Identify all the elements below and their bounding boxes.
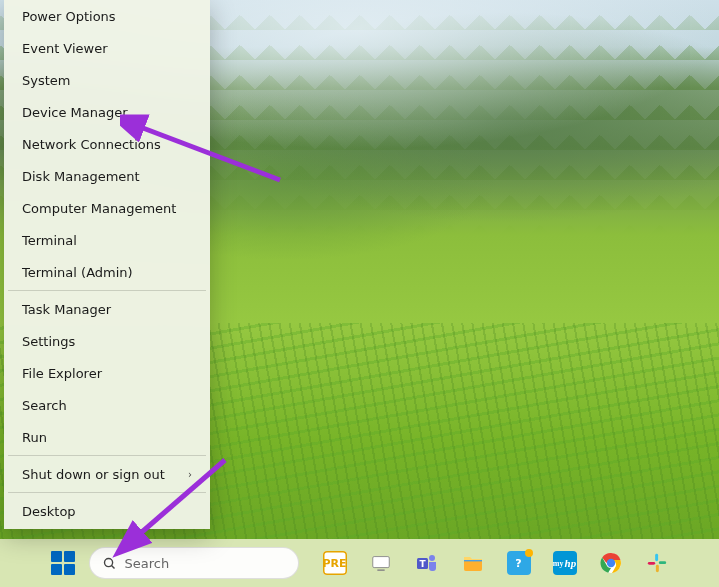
menu-item-label: Disk Management <box>22 169 140 184</box>
taskbar-app-slack[interactable] <box>637 543 677 583</box>
svg-rect-16 <box>647 562 654 565</box>
menu-separator <box>8 290 206 291</box>
menu-item-run[interactable]: Run <box>4 421 210 453</box>
folder-icon <box>461 551 485 575</box>
search-box[interactable]: Search <box>89 547 299 579</box>
menu-item-system[interactable]: System <box>4 64 210 96</box>
search-icon <box>102 556 117 571</box>
taskbar-center: Search PRET?myhp <box>43 543 677 583</box>
menu-item-label: Event Viewer <box>22 41 108 56</box>
winx-context-menu: Power OptionsEvent ViewerSystemDevice Ma… <box>4 0 210 529</box>
svg-rect-9 <box>464 560 482 561</box>
menu-item-disk-management[interactable]: Disk Management <box>4 160 210 192</box>
menu-item-shut-down-or-sign-out[interactable]: Shut down or sign out› <box>4 458 210 490</box>
taskbar-app-file-explorer[interactable] <box>453 543 493 583</box>
menu-item-desktop[interactable]: Desktop <box>4 495 210 527</box>
taskbar-app-prerelease[interactable]: PRE <box>315 543 355 583</box>
taskbar-app-help[interactable]: ? <box>499 543 539 583</box>
svg-rect-5 <box>377 569 384 570</box>
taskbar-app-task-view[interactable] <box>361 543 401 583</box>
slack-icon <box>646 552 668 574</box>
menu-item-label: Terminal <box>22 233 77 248</box>
menu-separator <box>8 492 206 493</box>
menu-item-settings[interactable]: Settings <box>4 325 210 357</box>
menu-item-label: Device Manager <box>22 105 128 120</box>
menu-item-label: Run <box>22 430 47 445</box>
help-icon: ? <box>507 551 531 575</box>
menu-item-label: Power Options <box>22 9 116 24</box>
menu-item-label: File Explorer <box>22 366 102 381</box>
menu-item-label: Task Manager <box>22 302 111 317</box>
teams-icon: T <box>415 551 439 575</box>
menu-item-task-manager[interactable]: Task Manager <box>4 293 210 325</box>
chrome-icon <box>599 551 623 575</box>
menu-item-label: Settings <box>22 334 75 349</box>
menu-item-label: Terminal (Admin) <box>22 265 133 280</box>
menu-item-event-viewer[interactable]: Event Viewer <box>4 32 210 64</box>
menu-item-label: System <box>22 73 70 88</box>
menu-item-file-explorer[interactable]: File Explorer <box>4 357 210 389</box>
taskbar-app-myhp[interactable]: myhp <box>545 543 585 583</box>
menu-item-label: Desktop <box>22 504 76 519</box>
svg-text:T: T <box>419 559 426 569</box>
svg-point-8 <box>429 555 435 561</box>
menu-item-label: Search <box>22 398 67 413</box>
svg-rect-15 <box>655 565 658 572</box>
task-view-icon <box>370 552 392 574</box>
menu-separator <box>8 455 206 456</box>
svg-rect-4 <box>372 557 389 568</box>
menu-item-label: Computer Management <box>22 201 176 216</box>
svg-point-2 <box>104 558 112 566</box>
menu-item-search[interactable]: Search <box>4 389 210 421</box>
menu-item-label: Network Connections <box>22 137 161 152</box>
chevron-right-icon: › <box>188 469 192 480</box>
taskbar-app-teams[interactable]: T <box>407 543 447 583</box>
start-button[interactable] <box>43 543 83 583</box>
menu-item-terminal-admin[interactable]: Terminal (Admin) <box>4 256 210 288</box>
menu-item-terminal[interactable]: Terminal <box>4 224 210 256</box>
menu-item-label: Shut down or sign out <box>22 467 165 482</box>
menu-item-device-manager[interactable]: Device Manager <box>4 96 210 128</box>
svg-rect-14 <box>658 561 665 564</box>
windows-logo-icon <box>51 551 75 575</box>
taskbar: Search PRET?myhp <box>0 539 719 587</box>
menu-item-power-options[interactable]: Power Options <box>4 0 210 32</box>
menu-item-network-connections[interactable]: Network Connections <box>4 128 210 160</box>
svg-rect-13 <box>655 554 658 561</box>
svg-line-3 <box>111 565 114 568</box>
taskbar-app-chrome[interactable] <box>591 543 631 583</box>
prerelease-icon: PRE <box>323 551 347 575</box>
search-placeholder: Search <box>125 556 170 571</box>
menu-item-computer-management[interactable]: Computer Management <box>4 192 210 224</box>
